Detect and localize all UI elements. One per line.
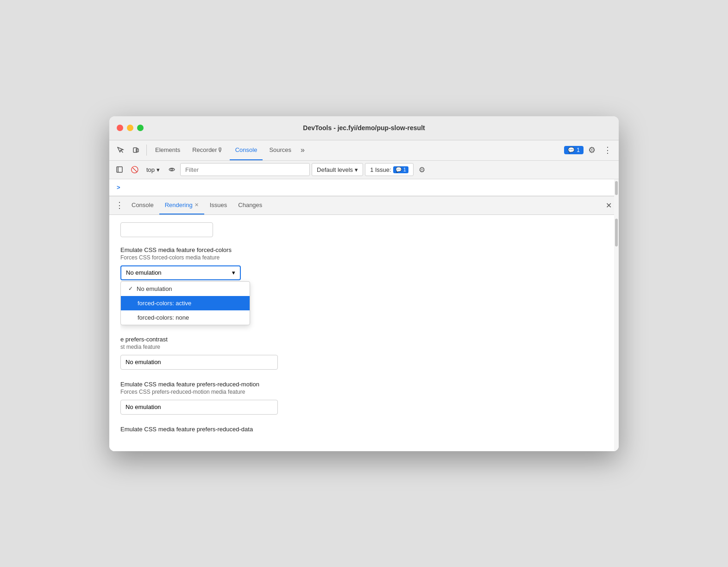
dropdown-option-forced-active[interactable]: forced-colors: active xyxy=(121,296,250,310)
default-levels-button[interactable]: Default levels ▾ xyxy=(312,163,363,176)
main-content-area: > ⋮ Console Rendering ✕ Issues xyxy=(109,179,619,451)
dropdown-option-forced-none[interactable]: forced-colors: none xyxy=(121,310,250,325)
prefers-reduced-motion-desc: Forces CSS prefers-reduced-motion media … xyxy=(120,389,605,395)
console-settings-icon[interactable]: ⚙ xyxy=(415,163,428,176)
close-button[interactable] xyxy=(117,125,123,131)
dropdown-option-no-emulation[interactable]: No emulation xyxy=(121,282,250,296)
filter-input[interactable] xyxy=(180,163,310,176)
nav-separator xyxy=(146,145,147,156)
forced-colors-dropdown[interactable]: No emulation ▾ xyxy=(120,265,241,280)
title-bar: DevTools - jec.fyi/demo/pup-slow-result xyxy=(109,116,619,140)
device-mode-icon[interactable] xyxy=(129,143,144,158)
svg-point-4 xyxy=(171,169,173,170)
rendering-tab-close-icon[interactable]: ✕ xyxy=(195,202,199,208)
prefers-reduced-motion-dropdown[interactable]: No emulation xyxy=(120,400,278,415)
messages-badge[interactable]: 💬 1 xyxy=(564,146,584,154)
prefers-contrast-title: e prefers-contrast xyxy=(120,336,605,343)
issue-count-badge: 💬 1 xyxy=(393,166,408,173)
drawer-tab-console[interactable]: Console xyxy=(126,196,159,214)
prefers-contrast-setting: e prefers-contrast st media feature No e… xyxy=(120,336,605,370)
bottom-drawer: ⋮ Console Rendering ✕ Issues Changes ✕ xyxy=(109,196,619,451)
context-dropdown-arrow: ▾ xyxy=(157,166,160,173)
drawer-tab-bar: ⋮ Console Rendering ✕ Issues Changes ✕ xyxy=(109,196,619,215)
drawer-tab-issues[interactable]: Issues xyxy=(204,196,233,214)
devtools-nav: Elements Recorder 🎙 Console Sources » 💬 … xyxy=(109,140,619,161)
forced-colors-dropdown-arrow: ▾ xyxy=(232,269,235,276)
rendering-scrollbar-thumb xyxy=(615,219,618,246)
drawer-tab-rendering[interactable]: Rendering ✕ xyxy=(159,196,204,214)
badge-icon: 💬 xyxy=(568,147,575,153)
console-prompt-area[interactable]: > xyxy=(109,179,619,196)
prefers-reduced-motion-title: Emulate CSS media feature prefers-reduce… xyxy=(120,381,605,388)
svg-rect-2 xyxy=(117,167,122,172)
forced-colors-setting: Emulate CSS media feature forced-colors … xyxy=(120,246,605,280)
forced-colors-title: Emulate CSS media feature forced-colors xyxy=(120,246,605,253)
forced-colors-desc: Forces CSS forced-colors media feature xyxy=(120,254,605,261)
tab-recorder[interactable]: Recorder 🎙 xyxy=(187,140,228,160)
forced-colors-dropdown-popup: No emulation forced-colors: active force… xyxy=(120,281,250,325)
prefers-reduced-motion-dropdown-container: No emulation xyxy=(120,400,278,415)
top-input-placeholder[interactable] xyxy=(120,222,213,237)
rendering-scrollbar[interactable] xyxy=(614,215,619,451)
levels-dropdown-arrow: ▾ xyxy=(355,166,358,173)
sidebar-toggle-icon[interactable] xyxy=(113,163,126,176)
rendering-scroll-area: Emulate CSS media feature forced-colors … xyxy=(109,215,614,451)
window-title: DevTools - jec.fyi/demo/pup-slow-result xyxy=(303,124,425,132)
eye-icon[interactable] xyxy=(165,163,178,176)
more-options-icon[interactable]: ⋮ xyxy=(600,143,615,158)
rendering-panel: Emulate CSS media feature forced-colors … xyxy=(109,215,619,451)
prefers-contrast-desc: st media feature xyxy=(120,344,605,350)
console-toolbar: 🚫 top ▾ Default levels ▾ 1 Issue: 💬 1 ⚙ xyxy=(109,161,619,179)
forced-colors-dropdown-container: No emulation ▾ No emulation force xyxy=(120,265,241,280)
prefers-contrast-dropdown[interactable]: No emulation xyxy=(120,355,278,370)
more-tabs-button[interactable]: » xyxy=(298,146,308,154)
tab-console[interactable]: Console xyxy=(230,140,263,160)
minimize-button[interactable] xyxy=(127,125,133,131)
settings-icon[interactable]: ⚙ xyxy=(584,143,599,158)
drawer-close-button[interactable]: ✕ xyxy=(602,199,615,212)
tab-elements[interactable]: Elements xyxy=(150,140,186,160)
traffic-lights xyxy=(117,125,144,131)
devtools-window: DevTools - jec.fyi/demo/pup-slow-result … xyxy=(109,116,619,451)
main-scrollbar-thumb xyxy=(615,181,618,195)
inspect-element-icon[interactable] xyxy=(113,143,128,158)
drawer-more-icon[interactable]: ⋮ xyxy=(113,199,126,212)
prefers-contrast-dropdown-container: No emulation xyxy=(120,355,278,370)
rendering-settings-list: Emulate CSS media feature forced-colors … xyxy=(120,215,605,451)
bottom-partial-title: Emulate CSS media feature prefers-reduce… xyxy=(120,426,605,433)
issues-button[interactable]: 1 Issue: 💬 1 xyxy=(365,163,414,176)
drawer-tab-changes[interactable]: Changes xyxy=(232,196,268,214)
prefers-reduced-motion-setting: Emulate CSS media feature prefers-reduce… xyxy=(120,381,605,415)
bottom-partial-setting: Emulate CSS media feature prefers-reduce… xyxy=(120,426,605,433)
maximize-button[interactable] xyxy=(137,125,144,131)
clear-console-icon[interactable]: 🚫 xyxy=(128,163,141,176)
tab-sources[interactable]: Sources xyxy=(264,140,297,160)
recorder-icon: 🎙 xyxy=(217,146,223,153)
context-selector[interactable]: top ▾ xyxy=(143,163,163,176)
